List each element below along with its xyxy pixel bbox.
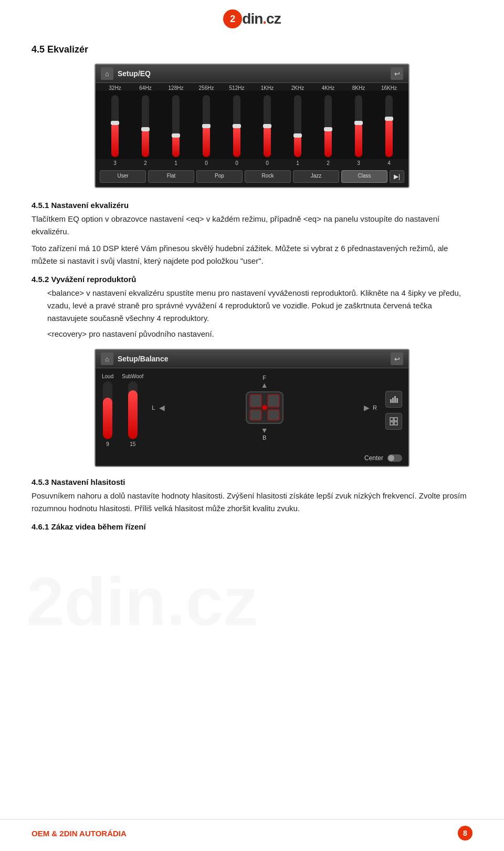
svg-rect-1 [250, 395, 261, 407]
eq-preset-next[interactable]: ▶| [390, 170, 404, 183]
balance-subwoof-slider-col: SubWoof 15 [122, 373, 143, 447]
balance-subwoof-track[interactable] [128, 381, 138, 439]
eq-freq-row: 32Hz 64Hz 128Hz 256Hz 512Hz 1KHz 2KHz 4K… [96, 83, 408, 91]
section-451-heading: 4.5.1 Nastavení ekvalizéru [32, 201, 472, 210]
svg-rect-10 [390, 418, 393, 421]
svg-rect-6 [390, 399, 392, 403]
eq-freq-2khz: 2KHz [282, 85, 313, 91]
eq-slider-track-4[interactable] [203, 95, 210, 157]
watermark: 2din.cz [26, 562, 258, 641]
eq-preset-pop[interactable]: Pop [196, 170, 243, 183]
eq-val-3: 1 [161, 160, 191, 166]
balance-title: Setup/Balance [118, 355, 168, 363]
eq-home-button[interactable]: ⌂ [101, 67, 113, 80]
eq-titlebar: ⌂ Setup/EQ ↩ [96, 65, 408, 83]
eq-freq-1khz: 1KHz [252, 85, 282, 91]
balance-subwoof-value: 15 [130, 441, 135, 447]
eq-slider-track-10[interactable] [385, 95, 393, 157]
balance-back-button[interactable]: ↩ [391, 352, 403, 365]
eq-back-button[interactable]: ↩ [391, 67, 403, 80]
balance-subwoof-label: SubWoof [122, 373, 143, 379]
eq-preset-flat[interactable]: Flat [148, 170, 194, 183]
balance-main-area: Loud 9 SubWoof 15 F [96, 368, 408, 452]
eq-freq-4khz: 4KHz [313, 85, 343, 91]
balance-home-button[interactable]: ⌂ [101, 352, 113, 365]
balance-center-row: Center [96, 452, 408, 466]
logo: 2 din.cz [223, 9, 280, 28]
svg-point-5 [262, 405, 267, 410]
balance-center-toggle[interactable] [387, 454, 402, 462]
svg-rect-4 [268, 410, 279, 420]
section-453-text1: Posuvníkem nahoru a dolů nastavíte hodno… [32, 490, 472, 515]
balance-chart-icon-btn[interactable] [385, 391, 402, 408]
eq-slider-track-8[interactable] [324, 95, 332, 157]
eq-titlebar-left: ⌂ Setup/EQ [101, 67, 151, 80]
svg-rect-7 [392, 398, 394, 403]
eq-screenshot: ⌂ Setup/EQ ↩ 32Hz 64Hz 128Hz 256Hz 512Hz… [94, 64, 410, 188]
eq-slider-track-2[interactable] [142, 95, 149, 157]
page-content: 4.5 Ekvalizér ⌂ Setup/EQ ↩ 32Hz 64Hz 128… [0, 34, 504, 555]
eq-val-4: 0 [191, 160, 222, 166]
page-footer: OEM & 2DIN AUTORÁDIA 8 [0, 819, 504, 840]
car-diagram-svg [238, 387, 291, 429]
section-453-heading: 4.5.3 Nastavení hlasitosti [32, 478, 472, 486]
balance-r-label: R [373, 404, 377, 411]
balance-loud-fill [103, 398, 112, 439]
svg-rect-8 [394, 396, 396, 403]
eq-slider-8 [313, 95, 343, 157]
eq-preset-jazz[interactable]: Jazz [293, 170, 339, 183]
eq-slider-track-6[interactable] [264, 95, 271, 157]
balance-titlebar: ⌂ Setup/Balance ↩ [96, 350, 408, 368]
eq-val-1: 3 [100, 160, 130, 166]
eq-slider-1 [100, 95, 130, 157]
eq-slider-10 [374, 95, 404, 157]
eq-value-row: 3 2 1 0 0 0 1 2 3 4 [96, 159, 408, 168]
eq-slider-2 [130, 95, 161, 157]
balance-left-arrow[interactable]: ◀ [159, 403, 165, 412]
eq-slider-track-3[interactable] [172, 95, 180, 157]
eq-preset-user[interactable]: User [100, 170, 146, 183]
eq-slider-3 [161, 95, 191, 157]
footer-page-number: 8 [458, 826, 472, 840]
balance-loud-value: 9 [106, 441, 109, 447]
logo-din: din [242, 11, 262, 27]
svg-rect-12 [390, 422, 393, 425]
svg-rect-2 [268, 395, 279, 407]
logo-text: din.cz [242, 11, 280, 27]
section-452-heading: 4.5.2 Vyvážení reproduktorů [32, 275, 472, 284]
eq-val-2: 2 [130, 160, 161, 166]
balance-center-label: Center [364, 454, 383, 462]
svg-rect-3 [250, 410, 261, 420]
eq-preset-class[interactable]: Class [341, 170, 387, 183]
balance-grid-icon-btn[interactable] [385, 413, 402, 430]
section-452-text2: <recovery> pro nastavení původního nasta… [47, 328, 472, 340]
eq-val-5: 0 [222, 160, 252, 166]
eq-preset-row: User Flat Pop Rock Jazz Class ▶| [96, 168, 408, 187]
balance-side-icons [385, 373, 402, 447]
balance-car-area: F ▲ B ▼ L ◀ R ▶ [150, 373, 379, 442]
logo-circle: 2 [223, 9, 242, 28]
balance-center-toggle-dot [388, 455, 394, 461]
eq-slider-4 [191, 95, 222, 157]
eq-freq-16khz: 16KHz [374, 85, 404, 91]
balance-right-arrow[interactable]: ▶ [364, 403, 370, 412]
eq-preset-rock[interactable]: Rock [245, 170, 291, 183]
balance-sliders: Loud 9 SubWoof 15 [102, 373, 143, 447]
section-451-text2: Toto zařízení má 10 DSP které Vám přines… [32, 242, 472, 267]
balance-screenshot: ⌂ Setup/Balance ↩ Loud 9 SubWoof [94, 349, 410, 467]
chart-icon [390, 395, 398, 403]
eq-slider-track-7[interactable] [294, 95, 301, 157]
balance-loud-label: Loud [102, 373, 113, 379]
eq-slider-track-1[interactable] [111, 95, 119, 157]
page-header: 2 din.cz [0, 0, 504, 34]
footer-brand: OEM & 2DIN AUTORÁDIA [32, 829, 127, 838]
svg-rect-13 [394, 422, 397, 425]
eq-slider-track-9[interactable] [355, 95, 362, 157]
eq-freq-512hz: 512Hz [222, 85, 252, 91]
eq-slider-6 [252, 95, 282, 157]
eq-slider-track-5[interactable] [233, 95, 240, 157]
eq-title: Setup/EQ [118, 69, 151, 78]
section-452-text1: <balance> v nastavení ekvalizéru spustít… [47, 287, 472, 325]
logo-cz: cz [266, 11, 281, 27]
balance-loud-track[interactable] [103, 381, 112, 439]
